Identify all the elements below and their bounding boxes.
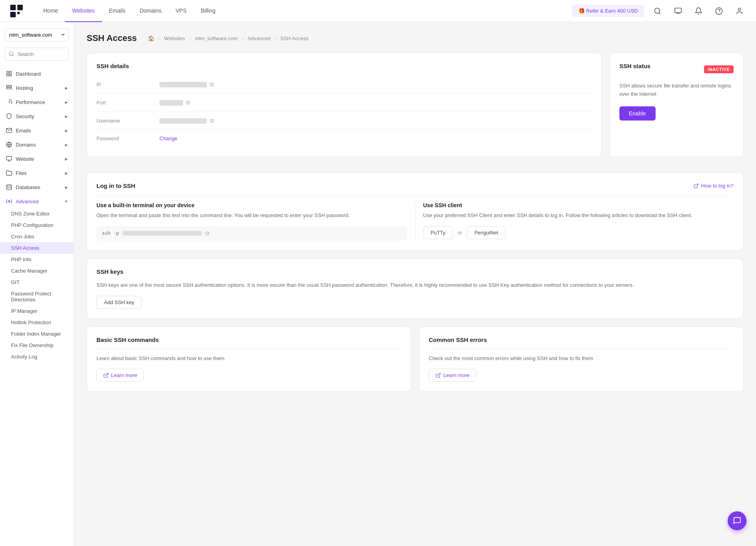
- sidebar-item-git[interactable]: GIT: [0, 277, 74, 288]
- search-nav-icon[interactable]: [650, 4, 665, 18]
- domains-label: Domains: [16, 142, 36, 148]
- sidebar-item-hosting[interactable]: Hosting ▶: [0, 81, 74, 95]
- sidebar-item-files[interactable]: Files ▶: [0, 166, 74, 180]
- command-prefix: ssh -p: [102, 230, 119, 236]
- sidebar-item-activity-log[interactable]: Activity Log: [0, 351, 74, 362]
- user-account-icon[interactable]: [732, 4, 747, 18]
- how-to-login-link[interactable]: How to log in?: [693, 183, 734, 189]
- common-errors-card: Common SSH errors Check out the most com…: [419, 327, 743, 392]
- sidebar-item-cron-jobs[interactable]: Cron Jobs: [0, 231, 74, 242]
- home-breadcrumb-icon[interactable]: 🏠: [148, 35, 154, 41]
- terminal-desc: Open the terminal and paste this text in…: [96, 212, 407, 220]
- sidebar-item-folder-index-manager[interactable]: Folder Index Manager: [0, 328, 74, 340]
- nav-right-actions: 🎁 Refer & Earn 400 USD: [572, 4, 747, 18]
- column-divider: [415, 202, 415, 241]
- nav-vps[interactable]: VPS: [169, 0, 194, 22]
- nav-domains[interactable]: Domains: [133, 0, 169, 22]
- breadcrumb: 🏠 → Websites → mlm_software.com → Advanc…: [148, 35, 309, 41]
- status-badge: INACTIVE: [704, 65, 734, 73]
- change-password-link[interactable]: Change: [159, 136, 178, 141]
- nav-websites[interactable]: Websites: [65, 0, 102, 22]
- sidebar-item-advanced[interactable]: Advanced ▼: [0, 195, 74, 208]
- sidebar-item-ssh-access[interactable]: SSH Access: [0, 242, 74, 254]
- svg-line-29: [106, 373, 108, 376]
- files-icon: [6, 169, 13, 176]
- sidebar-group-advanced: Advanced ▼ DNS Zone Editor PHP Configura…: [0, 195, 74, 362]
- hosting-chevron: ▶: [65, 86, 68, 90]
- sidebar-item-hotlink-protection[interactable]: Hotlink Protection: [0, 317, 74, 328]
- breadcrumb-websites[interactable]: Websites: [164, 35, 185, 41]
- nav-billing[interactable]: Billing: [194, 0, 222, 22]
- sidebar-item-domains[interactable]: Domains ▶: [0, 138, 74, 151]
- databases-chevron: ▶: [65, 185, 68, 189]
- sidebar-item-password-protect[interactable]: Password Protect Directories: [0, 288, 74, 305]
- basic-learn-more-button[interactable]: Learn more: [96, 369, 144, 382]
- sidebar-item-databases[interactable]: Databases ▶: [0, 180, 74, 194]
- command-copy-icon[interactable]: ⧉: [206, 230, 209, 237]
- nav-emails[interactable]: Emails: [102, 0, 133, 22]
- sidebar-item-performance[interactable]: Performance ▶: [0, 95, 74, 109]
- search-input[interactable]: [5, 48, 69, 61]
- basic-commands-desc: Learn about basic SSH commands and how t…: [96, 355, 401, 363]
- sidebar-group-files: Files ▶: [0, 166, 74, 180]
- svg-rect-1: [17, 5, 23, 10]
- sidebar-item-php-configuration[interactable]: PHP Configuration: [0, 219, 74, 231]
- breadcrumb-domain[interactable]: mlm_software.com: [195, 35, 238, 41]
- messages-icon[interactable]: [671, 4, 685, 18]
- sidebar-item-dashboard[interactable]: Dashboard: [0, 67, 74, 80]
- ssh-keys-title: SSH keys: [96, 268, 734, 275]
- files-label: Files: [16, 170, 26, 176]
- search-icon: [9, 51, 14, 58]
- help-icon[interactable]: [712, 4, 726, 18]
- nav-home[interactable]: Home: [36, 0, 65, 22]
- svg-rect-17: [6, 87, 11, 89]
- breadcrumb-advanced[interactable]: Advanced: [248, 35, 271, 41]
- basic-commands-title: Basic SSH commands: [96, 336, 401, 349]
- svg-point-27: [8, 201, 10, 202]
- sidebar-item-php-info[interactable]: PHP Info: [0, 254, 74, 265]
- sidebar-item-security[interactable]: Security ▶: [0, 110, 74, 123]
- ssh-keys-card: SSH keys SSH keys are one of the most se…: [87, 258, 743, 319]
- password-value: Change: [159, 136, 178, 141]
- sidebar-group-dashboard: Dashboard: [0, 67, 74, 80]
- dashboard-label: Dashboard: [16, 71, 41, 77]
- client-desc: Use your preferred SSH Client and enter …: [423, 212, 734, 220]
- sidebar-item-website[interactable]: Website ▶: [0, 152, 74, 165]
- sidebar-item-fix-file-ownership[interactable]: Fix File Ownership: [0, 340, 74, 351]
- sidebar-item-emails[interactable]: Emails ▶: [0, 124, 74, 137]
- sidebar-item-cache-manager[interactable]: Cache Manager: [0, 265, 74, 277]
- performance-chevron: ▶: [65, 100, 68, 104]
- sidebar-group-hosting: Hosting ▶: [0, 81, 74, 95]
- enable-ssh-button[interactable]: Enable: [619, 106, 656, 121]
- errors-learn-more-button[interactable]: Learn more: [429, 369, 476, 382]
- breadcrumb-current: SSH Access: [280, 35, 309, 41]
- username-blurred: [159, 118, 207, 124]
- ip-copy-icon[interactable]: ⧉: [210, 81, 214, 88]
- emails-icon: [6, 127, 13, 134]
- username-label: Username: [96, 118, 159, 124]
- domain-selector[interactable]: mlm_software.com: [5, 28, 69, 41]
- website-chevron: ▶: [65, 157, 68, 161]
- sidebar: mlm_software.com Dashboard: [0, 22, 74, 546]
- domain-select[interactable]: mlm_software.com: [5, 28, 69, 41]
- pengui-button[interactable]: PenguiNet: [467, 226, 506, 239]
- sidebar-group-website: Website ▶: [0, 152, 74, 165]
- sidebar-item-dns-zone-editor[interactable]: DNS Zone Editor: [0, 208, 74, 219]
- chat-fab-button[interactable]: [728, 511, 747, 530]
- add-ssh-key-button[interactable]: Add SSH key: [96, 296, 142, 309]
- brand-logo[interactable]: [9, 4, 24, 18]
- terminal-title: Use a built-in terminal on your device: [96, 202, 407, 208]
- refer-earn-button[interactable]: 🎁 Refer & Earn 400 USD: [572, 5, 644, 17]
- common-errors-title: Common SSH errors: [429, 336, 734, 349]
- username-copy-icon[interactable]: ⧉: [210, 117, 214, 124]
- detail-row-ip: IP ⧉: [96, 76, 592, 94]
- putty-button[interactable]: PuTTy: [423, 226, 453, 239]
- svg-point-4: [655, 8, 660, 13]
- port-label: Port: [96, 100, 159, 106]
- login-card-title: Log in to SSH: [96, 182, 135, 189]
- advanced-sub-items: DNS Zone Editor PHP Configuration Cron J…: [0, 208, 74, 362]
- sidebar-item-ip-manager[interactable]: IP Manager: [0, 305, 74, 317]
- sidebar-group-performance: Performance ▶: [0, 95, 74, 109]
- notifications-icon[interactable]: [691, 4, 706, 18]
- port-copy-icon[interactable]: ⧉: [186, 99, 190, 106]
